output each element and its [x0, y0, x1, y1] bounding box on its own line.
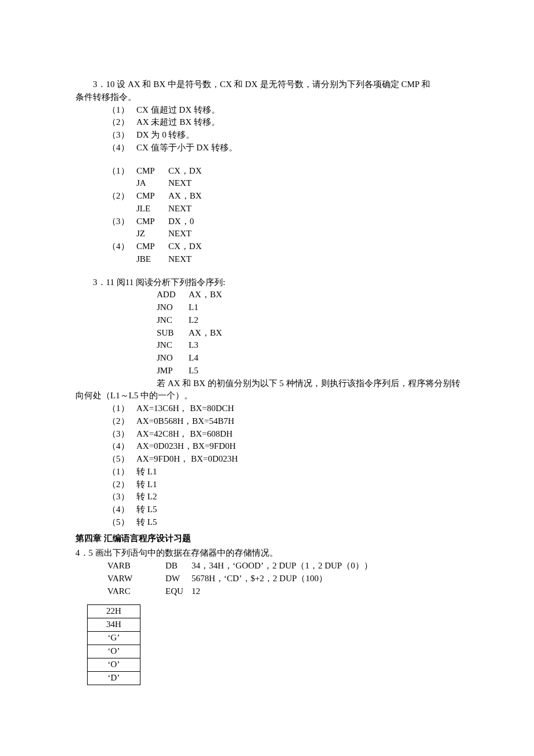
asm-op: JBE [136, 253, 168, 266]
asm-op: CMP [136, 215, 168, 228]
item-text: CX 值等于小于 DX 转移。 [136, 143, 237, 152]
mem-cell: 22H [88, 605, 140, 618]
asm-op: CMP [136, 190, 168, 203]
item-number: （4） [107, 503, 136, 516]
asm-arg: L1 [189, 303, 199, 312]
item-text: 转 L1 [136, 467, 157, 476]
item-text: 转 L1 [136, 480, 157, 489]
item-text: AX=0B568H，BX=54B7H [136, 416, 234, 426]
asm-arg: L3 [189, 340, 199, 350]
asm-op: JA [136, 177, 168, 190]
asm-line: JNCL3 [52, 339, 482, 352]
asm-arg: AX，BX [189, 328, 222, 337]
item-number: （3） [107, 129, 136, 142]
asm-arg: NEXT [168, 204, 192, 213]
mem-cell: ‘G’ [88, 632, 140, 645]
q310-answer-4-line1: （4）CMPCX，DX [52, 240, 482, 253]
item-text: AX=0D023H，BX=9FD0H [136, 441, 236, 451]
asm-op: CMP [136, 165, 168, 178]
item-text: AX 未超过 BX 转移。 [136, 117, 220, 127]
item-text: AX=13C6H， BX=80DCH [136, 404, 234, 413]
q45-heading: 4．5 画出下列语句中的数据在存储器中的存储情况。 [75, 547, 482, 560]
q311-result-2: （2）转 L1 [52, 478, 482, 491]
directive: DB [165, 560, 192, 573]
q45-decl-3: VARCEQU12 [52, 585, 482, 598]
item-text: AX=9FD0H， BX=0D023H [136, 454, 238, 463]
item-number: （4） [107, 440, 136, 453]
q310-answer-4-line2: JBENEXT [52, 253, 482, 266]
asm-arg: NEXT [168, 254, 192, 264]
q311-heading: 3．11 阅11 阅读分析下列指令序列: [52, 276, 482, 289]
q310-prompt-line2: 条件转移指令。 [52, 91, 482, 104]
directive: DW [165, 573, 192, 585]
answer-number: （3） [107, 215, 136, 228]
item-number: （1） [107, 402, 136, 415]
asm-op: JNC [157, 339, 189, 352]
asm-op: ADD [157, 289, 189, 301]
item-number: （2） [107, 116, 136, 129]
answer-number: （4） [107, 240, 136, 253]
item-text: AX=42C8H， BX=608DH [136, 429, 233, 438]
item-number: （1） [107, 104, 136, 117]
q310-answer-2-line1: （2）CMPAX，BX [52, 190, 482, 203]
q311-mid-line2: 向何处（L1～L5 中的一个）。 [52, 390, 482, 402]
item-text: CX 值超过 DX 转移。 [136, 105, 220, 114]
mem-cell: ‘D’ [88, 672, 140, 685]
q310-answer-1-line1: （1）CMPCX，DX [52, 165, 482, 178]
var-name: VARC [107, 585, 165, 598]
item-number: （3） [107, 491, 136, 503]
q310-answer-3-line2: JZNEXT [52, 228, 482, 240]
directive: EQU [165, 585, 192, 598]
var-name: VARW [107, 573, 165, 585]
q310-answer-1-line2: JANEXT [52, 177, 482, 190]
asm-arg: L5 [189, 366, 199, 375]
item-text: 转 L2 [136, 492, 157, 501]
asm-op: JLE [136, 203, 168, 215]
q310-item-3: （3）DX 为 0 转移。 [52, 129, 482, 142]
answer-number: （1） [107, 165, 136, 178]
asm-arg: L4 [189, 353, 199, 362]
asm-arg: CX，DX [168, 242, 202, 251]
q311-case-4: （4）AX=0D023H，BX=9FD0H [52, 440, 482, 453]
mem-cell: ‘O’ [88, 658, 140, 672]
asm-arg: L2 [189, 315, 199, 325]
mem-cell: 34H [88, 618, 140, 632]
asm-op: JZ [136, 228, 168, 240]
asm-arg: AX，BX [189, 290, 222, 299]
item-number: （3） [107, 428, 136, 441]
q311-case-5: （5）AX=9FD0H， BX=0D023H [52, 453, 482, 466]
q311-case-1: （1）AX=13C6H， BX=80DCH [52, 402, 482, 415]
decl-args: 12 [192, 586, 200, 596]
asm-line: ADDAX，BX [52, 289, 482, 301]
q311-result-1: （1）转 L1 [52, 466, 482, 478]
q310-answer-3-line1: （3）CMPDX，0 [52, 215, 482, 228]
item-number: （4） [107, 142, 136, 154]
q311-result-5: （5）转 L5 [52, 516, 482, 529]
q310-prompt-line1: 3．10 设 AX 和 BX 中是符号数，CX 和 DX 是无符号数，请分别为下… [52, 78, 482, 91]
q311-result-3: （3）转 L2 [52, 491, 482, 503]
asm-line: JNOL1 [52, 301, 482, 314]
chapter4-title: 第四章 汇编语言程序设计习题 [75, 532, 482, 545]
item-number: （2） [107, 415, 136, 428]
asm-op: SUB [157, 327, 189, 340]
q310-item-1: （1）CX 值超过 DX 转移。 [52, 104, 482, 117]
asm-op: JNO [157, 301, 189, 314]
q311-case-3: （3）AX=42C8H， BX=608DH [52, 428, 482, 441]
q311-mid-line1: 若 AX 和 BX 的初值分别为以下 5 种情况，则执行该指令序列后，程序将分别… [52, 377, 482, 390]
var-name: VARB [107, 560, 165, 573]
asm-line: JMPL5 [52, 365, 482, 377]
decl-args: 5678H，‘CD’，$+2，2 DUP（100） [192, 574, 327, 583]
asm-op: JMP [157, 365, 189, 377]
q45-decl-2: VARWDW5678H，‘CD’，$+2，2 DUP（100） [52, 573, 482, 585]
item-number: （1） [107, 466, 136, 478]
asm-op: CMP [136, 240, 168, 253]
asm-arg: NEXT [168, 229, 192, 238]
q310-answer-2-line2: JLENEXT [52, 203, 482, 215]
asm-arg: NEXT [168, 178, 192, 188]
q311-case-2: （2）AX=0B568H，BX=54B7H [52, 415, 482, 428]
asm-arg: AX，BX [168, 191, 202, 200]
asm-line: JNCL2 [52, 314, 482, 327]
answer-number: （2） [107, 190, 136, 203]
q310-item-2: （2）AX 未超过 BX 转移。 [52, 116, 482, 129]
decl-args: 34，34H，‘GOOD’，2 DUP（1，2 DUP（0）） [192, 561, 373, 570]
